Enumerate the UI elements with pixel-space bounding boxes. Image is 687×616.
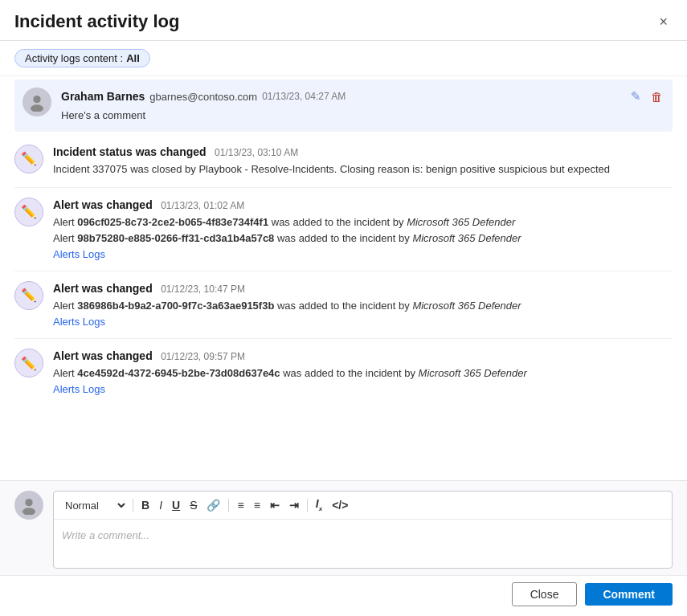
alert-prefix-3a: Alert	[53, 216, 77, 228]
pencil-icon-status: ✏️	[21, 151, 37, 166]
pencil-icon-alert-4: ✏️	[21, 288, 37, 303]
log-detail-status: Incident 337075 was closed by Playbook -…	[53, 161, 673, 177]
toolbar-divider-2	[228, 499, 229, 512]
comment-editor: Normal Heading 1 Heading 2 Heading 3 B I…	[53, 491, 673, 569]
alert-hash-3b: 98b75280-e885-0266-ff31-cd3a1b4a57c8	[77, 232, 274, 244]
log-list: Graham Barnes gbarnes@contoso.com 01/13/…	[0, 76, 687, 480]
log-item-comment: Graham Barnes gbarnes@contoso.com 01/13/…	[14, 80, 673, 132]
log-meta: Graham Barnes gbarnes@contoso.com 01/13/…	[61, 90, 346, 103]
editor-placeholder: Write a comment...	[62, 529, 149, 541]
edit-icon-button[interactable]: ✎	[629, 88, 643, 105]
alert-source-3b: Microsoft 365 Defender	[412, 232, 521, 244]
link-button[interactable]: 🔗	[203, 498, 223, 512]
panel-title: Incident activity log	[14, 11, 179, 32]
log-action-time-3: 01/13/23, 01:02 AM	[161, 200, 244, 211]
avatar-alert-5: ✏️	[14, 349, 43, 377]
log-content-comment: Graham Barnes gbarnes@contoso.com 01/13/…	[61, 88, 665, 124]
panel-header: Incident activity log ×	[0, 0, 687, 41]
filter-pill[interactable]: Activity logs content : All	[14, 49, 150, 67]
alert-suffix-3a: was added to the incident by	[268, 216, 407, 228]
log-action-time-5: 01/12/23, 09:57 PM	[161, 351, 245, 362]
svg-point-2	[25, 499, 32, 506]
log-action-time-4: 01/12/23, 10:47 PM	[161, 284, 245, 295]
footer-close-button[interactable]: Close	[512, 582, 578, 606]
alert-prefix-4: Alert	[53, 300, 77, 312]
log-content-status: Incident status was changed 01/13/23, 03…	[53, 145, 673, 177]
format-select[interactable]: Normal Heading 1 Heading 2 Heading 3	[60, 499, 128, 512]
log-item-alert-3: ✏️ Alert was changed 01/13/23, 01:02 AM …	[14, 188, 673, 271]
alert-suffix-4: was added to the incident by	[274, 300, 412, 312]
alert-hash-5: 4ce4592d-4372-6945-b2be-73d08d637e4c	[77, 367, 280, 379]
log-email: gbarnes@contoso.com	[149, 91, 257, 103]
filter-label: Activity logs content :	[25, 52, 123, 64]
avatar-alert-4: ✏️	[14, 281, 43, 310]
avatar-alert-3: ✏️	[14, 198, 43, 226]
list-unordered-button[interactable]: ≡	[251, 498, 264, 512]
pencil-icon-alert-5: ✏️	[21, 356, 37, 371]
avatar-status: ✏️	[14, 145, 43, 173]
comment-row: Normal Heading 1 Heading 2 Heading 3 B I…	[0, 480, 687, 575]
alert-source-5: Microsoft 365 Defender	[419, 367, 527, 379]
log-item-alert-5: ✏️ Alert was changed 01/12/23, 09:57 PM …	[14, 339, 673, 406]
log-action-title-3: Alert was changed	[53, 198, 153, 211]
log-action-row-3: Alert was changed 01/13/23, 01:02 AM	[53, 198, 673, 212]
delete-icon-button[interactable]: 🗑	[649, 88, 665, 105]
avatar-graham	[22, 88, 51, 116]
close-icon-button[interactable]: ×	[654, 13, 673, 31]
log-header-row: Graham Barnes gbarnes@contoso.com 01/13/…	[61, 88, 665, 105]
alert-hash-4: 386986b4-b9a2-a700-9f7c-3a63ae915f3b	[77, 300, 274, 312]
alerts-logs-link-4[interactable]: Alerts Logs	[53, 316, 105, 328]
log-item-alert-4: ✏️ Alert was changed 01/12/23, 10:47 PM …	[14, 271, 673, 339]
italic-button[interactable]: I	[156, 498, 166, 512]
footer-comment-button[interactable]: Comment	[585, 583, 673, 606]
alert-prefix-5: Alert	[53, 367, 77, 379]
log-detail-alert-5: Alert 4ce4592d-4372-6945-b2be-73d08d637e…	[53, 365, 673, 381]
log-action-row: Incident status was changed 01/13/23, 03…	[53, 145, 673, 159]
pencil-icon-alert-3: ✏️	[21, 204, 37, 219]
indent-decrease-button[interactable]: ⇤	[267, 498, 283, 512]
incident-activity-panel: Incident activity log × Activity logs co…	[0, 0, 687, 616]
log-action-time: 01/13/23, 03:10 AM	[215, 147, 298, 158]
log-detail-alert-4: Alert 386986b4-b9a2-a700-9f7c-3a63ae915f…	[53, 298, 673, 314]
log-time: 01/13/23, 04:27 AM	[262, 91, 346, 102]
list-ordered-button[interactable]: ≡	[234, 498, 247, 512]
clear-format-button[interactable]: Ix	[313, 496, 325, 514]
log-content-alert-4: Alert was changed 01/12/23, 10:47 PM Ale…	[53, 281, 673, 328]
log-user: Graham Barnes	[61, 90, 145, 103]
log-body-comment: Here's a comment	[61, 108, 665, 124]
bold-button[interactable]: B	[138, 498, 153, 512]
log-item-status: ✏️ Incident status was changed 01/13/23,…	[14, 135, 673, 188]
log-action-row-5: Alert was changed 01/12/23, 09:57 PM	[53, 349, 673, 363]
footer-bar: Close Comment	[0, 575, 687, 616]
avatar-commenter	[14, 491, 43, 520]
log-action-title-5: Alert was changed	[53, 349, 153, 362]
strikethrough-button[interactable]: S	[186, 498, 200, 512]
alert-suffix-3b: was added to the incident by	[274, 232, 412, 244]
code-button[interactable]: </>	[329, 498, 351, 512]
editor-body[interactable]: Write a comment...	[54, 520, 672, 568]
alert-prefix-3b: Alert	[53, 232, 77, 244]
log-detail-alert-3: Alert 096cf025-8c73-2ce2-b065-4f83e734f4…	[53, 214, 673, 247]
log-actions: ✎ 🗑	[629, 88, 665, 105]
toolbar-divider-1	[133, 499, 133, 512]
filter-bar: Activity logs content : All	[0, 41, 687, 76]
alerts-logs-link-3[interactable]: Alerts Logs	[53, 248, 105, 260]
editor-toolbar: Normal Heading 1 Heading 2 Heading 3 B I…	[54, 492, 672, 520]
svg-point-0	[33, 96, 40, 103]
alert-hash-3a: 096cf025-8c73-2ce2-b065-4f83e734f4f1	[77, 216, 268, 228]
log-action-row-4: Alert was changed 01/12/23, 10:47 PM	[53, 281, 673, 296]
log-action-title: Incident status was changed	[53, 145, 207, 158]
log-action-title-4: Alert was changed	[53, 282, 153, 295]
toolbar-divider-3	[307, 499, 308, 512]
log-content-alert-5: Alert was changed 01/12/23, 09:57 PM Ale…	[53, 349, 673, 396]
log-content-alert-3: Alert was changed 01/13/23, 01:02 AM Ale…	[53, 198, 673, 261]
alert-source-3a: Microsoft 365 Defender	[407, 216, 515, 228]
svg-point-1	[31, 104, 43, 112]
filter-value: All	[126, 52, 140, 64]
svg-point-3	[22, 508, 35, 516]
alert-source-4: Microsoft 365 Defender	[412, 300, 521, 312]
indent-increase-button[interactable]: ⇥	[286, 498, 302, 512]
alerts-logs-link-5[interactable]: Alerts Logs	[53, 383, 105, 395]
underline-button[interactable]: U	[169, 498, 183, 512]
alert-suffix-5: was added to the incident by	[280, 367, 419, 379]
